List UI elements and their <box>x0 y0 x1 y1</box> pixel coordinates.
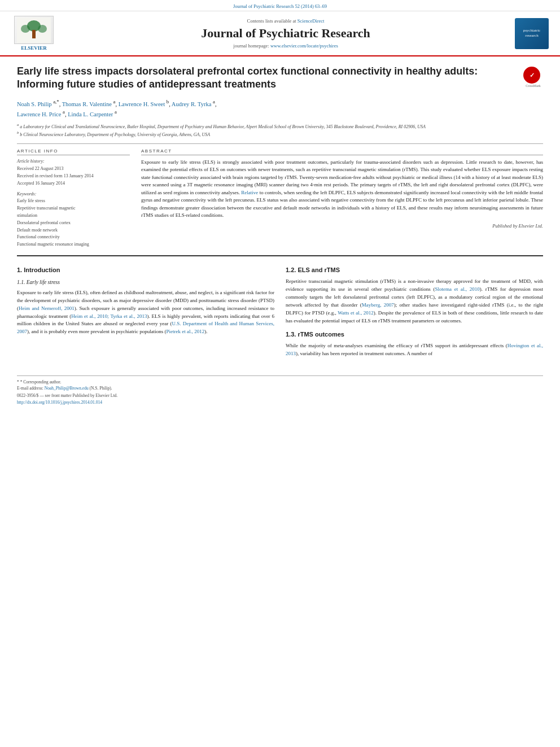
sciencedirect-prefix: Contents lists available at <box>247 18 298 24</box>
keyword-3: Dorsolateral prefrontal cortex <box>17 220 130 227</box>
elsevier-image <box>14 16 54 44</box>
body-left-column: 1. Introduction 1.1. Early life stress E… <box>17 261 274 361</box>
intro-para1: Exposure to early life stress (ELS), oft… <box>17 289 274 337</box>
keywords-label: Keywords: <box>17 191 130 196</box>
keyword-4: Default mode network <box>17 227 130 234</box>
keyword-2b: stimulation <box>17 212 130 220</box>
keywords-list: Early life stress Repetitive transcrania… <box>17 198 130 248</box>
author-carpenter[interactable]: Linda L. Carpenter <box>68 111 113 117</box>
svg-point-4 <box>38 25 47 33</box>
author-valentine[interactable]: Thomas R. Valentine <box>62 101 112 107</box>
section1-2-title: 1.2. ELS and rTMS <box>286 265 543 275</box>
ref-heim-tyrka[interactable]: Heim et al., 2010; Tyrka et al., 2013 <box>71 313 147 319</box>
article-title-section: Early life stress impacts dorsolateral p… <box>17 65 543 91</box>
author-sweet[interactable]: Lawrence H. Sweet <box>119 101 165 107</box>
year-text: year <box>160 321 169 326</box>
keyword-2: Repetitive transcranial magnetic <box>17 205 130 212</box>
states-text: States <box>81 321 94 326</box>
main-content: Early life stress impacts dorsolateral p… <box>0 56 560 367</box>
right-para1: Repetitive transcranial magnetic stimula… <box>286 278 543 325</box>
keyword-1: Early life stress <box>17 198 130 205</box>
body-content: 1. Introduction 1.1. Early life stress E… <box>17 255 543 361</box>
crossmark-label: CrossMark <box>523 84 543 88</box>
sciencedirect-link[interactable]: ScienceDirect <box>298 18 325 24</box>
header-center: Contents lists available at ScienceDirec… <box>62 18 509 49</box>
affiliation-a: a Laboratory for Clinical and Translatio… <box>20 124 426 129</box>
author-tyrka[interactable]: Audrey R. Tyrka <box>172 101 212 107</box>
revised-date: Received in revised form 13 January 2014 <box>17 173 130 180</box>
author-price[interactable]: Lawrence H. Price <box>17 111 61 117</box>
footer-doi: http://dx.doi.org/10.1016/j.jpsychires.2… <box>17 400 543 405</box>
crossmark: ✓ CrossMark <box>523 67 543 88</box>
ref-hovington[interactable]: Hovington et al., 2013 <box>286 343 543 356</box>
email-suffix: (N.S. Philip). <box>90 386 112 391</box>
psych-research-logo: psychiatric research <box>515 18 549 49</box>
article-info-heading: ARTICLE INFO <box>17 148 130 155</box>
info-abstract-columns: ARTICLE INFO Article history: Received 2… <box>17 148 543 248</box>
elsevier-brand: ELSEVIER <box>21 45 47 51</box>
affiliations: a a Laboratory for Clinical and Translat… <box>17 122 543 138</box>
ref-slotema[interactable]: Slotema et al., 2010 <box>435 286 480 292</box>
author-philip[interactable]: Noah S. Philip <box>17 101 52 107</box>
homepage-prefix: journal homepage: <box>233 43 270 49</box>
sciencedirect-line: Contents lists available at ScienceDirec… <box>62 18 509 24</box>
journal-citation: Journal of Psychiatric Research 52 (2014… <box>233 3 327 9</box>
accepted-date: Accepted 16 January 2014 <box>17 180 130 187</box>
ref-dhhs[interactable]: U.S. Department of Health and Human Serv… <box>17 321 274 334</box>
journal-title: Journal of Psychiatric Research <box>62 26 509 41</box>
corresponding-label: * Corresponding author. <box>20 379 62 385</box>
abstract-column: ABSTRACT Exposure to early life stress (… <box>141 148 543 248</box>
email-label: E-mail address: <box>17 386 45 391</box>
body-columns: 1. Introduction 1.1. Early life stress E… <box>17 261 543 361</box>
journal-homepage: journal homepage: www.elsevier.com/locat… <box>62 43 509 49</box>
published-by: Published by Elsevier Ltd. <box>141 223 543 229</box>
ref-heim-nemeroff[interactable]: Heim and Nemeroff, 2001 <box>19 305 75 311</box>
right-para2: While the majority of meta-analyses exam… <box>286 342 543 358</box>
authors-line: Noah S. Philip a,*, Thomas R. Valentine … <box>17 98 543 119</box>
crossmark-icon: ✓ <box>523 67 540 84</box>
svg-rect-2 <box>32 30 36 38</box>
body-right-column: 1.2. ELS and rTMS Repetitive transcrania… <box>286 261 543 361</box>
keyword-6: Functional magnetic resonance imaging <box>17 241 130 248</box>
affiliation-b: b Clinical Neuroscience Laboratory, Depa… <box>20 132 210 137</box>
subsection1-1-title: 1.1. Early life stress <box>17 278 274 287</box>
keywords-section: Keywords: Early life stress Repetitive t… <box>17 191 130 248</box>
journal-citation-bar: Journal of Psychiatric Research 52 (2014… <box>0 0 560 11</box>
page-footer: * * Corresponding author. E-mail address… <box>17 375 543 405</box>
doi-link[interactable]: http://dx.doi.org/10.1016/j.jpsychires.2… <box>17 400 102 405</box>
received-date: Received 22 August 2013 <box>17 165 130 173</box>
journal-header: ELSEVIER Contents lists available at Sci… <box>0 11 560 56</box>
issn-text: 0022-3956/$ — see front matter Published… <box>17 393 117 398</box>
history-label: Article history: <box>17 159 130 164</box>
section1-title: 1. Introduction <box>17 265 274 275</box>
footer-email: E-mail address: Noah_Philip@Brown.edu (N… <box>17 385 543 391</box>
svg-point-3 <box>21 25 30 33</box>
ref-mayberg[interactable]: Mayberg, 2007 <box>362 302 394 308</box>
email-link[interactable]: Noah_Philip@Brown.edu <box>45 386 89 391</box>
elsevier-logo-block: ELSEVIER <box>11 16 56 51</box>
section1-3-title: 1.3. rTMS outcomes <box>286 330 543 339</box>
separator <box>17 143 543 144</box>
article-dates: Received 22 August 2013 Received in revi… <box>17 165 130 187</box>
homepage-url[interactable]: www.elsevier.com/locate/psychires <box>270 43 338 49</box>
article-info-column: ARTICLE INFO Article history: Received 2… <box>17 148 130 248</box>
footer-issn: 0022-3956/$ — see front matter Published… <box>17 393 543 398</box>
ref-pietrek[interactable]: Pietrek et al., 2012 <box>166 329 204 334</box>
footer-corresponding: * * Corresponding author. <box>17 379 543 385</box>
article-title: Early life stress impacts dorsolateral p… <box>17 65 518 91</box>
abstract-text: Exposure to early life stress (ELS) is s… <box>141 159 543 220</box>
abstract-heading: ABSTRACT <box>141 148 543 155</box>
ref-watts[interactable]: Watts et al., 2012 <box>338 310 374 316</box>
keyword-5: Functional connectivity <box>17 234 130 241</box>
relative-text: Relative <box>241 190 258 195</box>
